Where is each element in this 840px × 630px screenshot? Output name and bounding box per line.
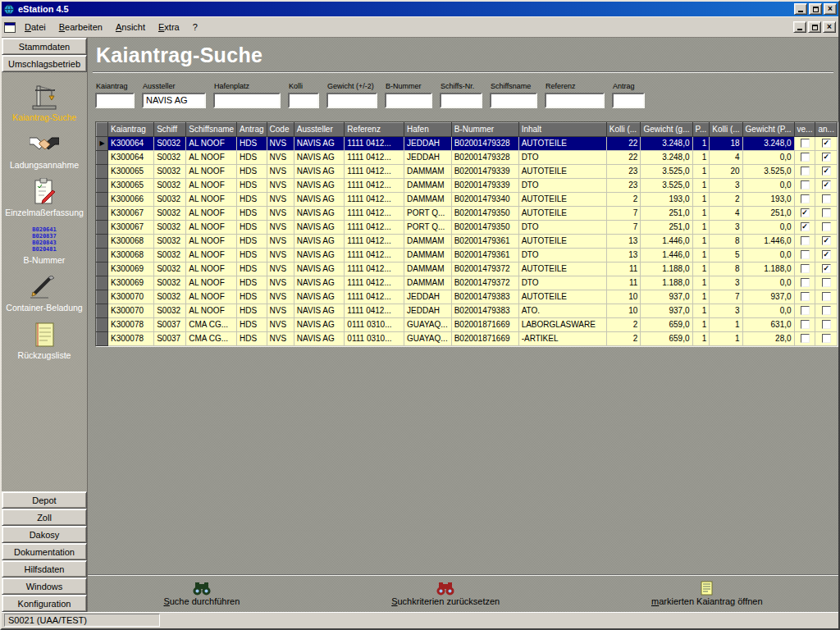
an-checkbox[interactable] (822, 292, 831, 301)
grid-row[interactable]: K300070S0032AL NOOFHDSNVSNAVIS AG1111 04… (97, 290, 838, 304)
sidebar-item-container-beladung[interactable]: Container-Beladung (2, 272, 87, 313)
an-checkbox[interactable] (822, 208, 831, 217)
grid-row[interactable]: K300064S0032AL NOOFHDSNVSNAVIS AG1111 04… (97, 150, 838, 164)
sidebar-button-stammdaten[interactable]: Stammdaten (2, 38, 87, 55)
minimize-button[interactable] (794, 3, 807, 15)
grid-row[interactable]: K300067S0032AL NOOFHDSNVSNAVIS AG1111 04… (97, 220, 838, 234)
an-checkbox[interactable]: ✓ (822, 236, 831, 245)
sidebar-button-hilfsdaten[interactable]: Hilfsdaten (2, 560, 87, 578)
ve-checkbox[interactable] (801, 180, 810, 189)
kaiantrag-input[interactable] (95, 93, 135, 108)
menu-item-ansicht[interactable]: Ansicht (109, 19, 152, 35)
kolli-input[interactable] (288, 93, 319, 108)
column-header-aussteller[interactable]: Aussteller (294, 122, 345, 136)
ve-checkbox[interactable] (801, 306, 810, 315)
an-checkbox[interactable] (822, 194, 831, 203)
menu-item-datei[interactable]: Datei (18, 19, 52, 35)
ve-checkbox[interactable] (801, 320, 810, 329)
hafenplatz-input[interactable] (213, 93, 281, 108)
grid-row[interactable]: K300068S0032AL NOOFHDSNVSNAVIS AG1111 04… (97, 248, 838, 262)
aussteller-input[interactable] (142, 93, 206, 108)
ve-checkbox[interactable] (801, 292, 810, 301)
an-checkbox[interactable] (822, 320, 831, 329)
an-checkbox[interactable]: ✓ (822, 264, 831, 273)
column-header-an[interactable]: an... (815, 122, 838, 136)
column-header-hafen[interactable]: Hafen (404, 122, 452, 136)
an-checkbox[interactable] (822, 278, 831, 287)
ve-checkbox[interactable] (801, 139, 810, 148)
an-checkbox[interactable] (822, 306, 831, 315)
grid-row[interactable]: K300078S0037CMA CG...HDSNVSNAVIS AG0111 … (97, 331, 838, 345)
sidebar-button-zoll[interactable]: Zoll (2, 509, 87, 526)
menu-item-extra[interactable]: Extra (152, 19, 186, 35)
sidebar-button-umschlagsbetrieb[interactable]: Umschlagsbetrieb (2, 55, 87, 72)
child-close-button[interactable]: × (823, 21, 836, 33)
child-minimize-button[interactable] (793, 21, 806, 33)
an-checkbox[interactable]: ✓ (822, 250, 831, 259)
ve-checkbox[interactable] (801, 194, 810, 203)
column-header-kolli[interactable]: Kolli (... (710, 122, 742, 136)
antrag-input[interactable] (612, 93, 645, 108)
grid-row[interactable]: ▶K300064S0032AL NOOFHDSNVSNAVIS AG1111 0… (97, 136, 838, 150)
column-header-kaiantrag[interactable]: Kaiantrag (108, 122, 154, 136)
grid-row[interactable]: K300065S0032AL NOOFHDSNVSNAVIS AG1111 04… (97, 178, 838, 192)
column-header-schiffsname[interactable]: Schiffsname (186, 122, 237, 136)
grid-row[interactable]: K300069S0032AL NOOFHDSNVSNAVIS AG1111 04… (97, 262, 838, 276)
grid-row[interactable]: K300067S0032AL NOOFHDSNVSNAVIS AG1111 04… (97, 206, 838, 220)
grid-row[interactable]: K300078S0037CMA CG...HDSNVSNAVIS AG0111 … (97, 317, 838, 331)
sidebar-button-windows[interactable]: Windows (2, 578, 87, 595)
schiffsname-input[interactable] (490, 93, 537, 108)
an-checkbox[interactable]: ✓ (822, 139, 831, 148)
ve-checkbox[interactable] (801, 236, 810, 245)
column-header-schiff[interactable]: Schiff (154, 122, 186, 136)
b-nummer-input[interactable] (385, 93, 432, 108)
ve-checkbox[interactable] (801, 250, 810, 259)
sidebar-button-konfiguration[interactable]: Konfiguration (2, 595, 87, 612)
close-button[interactable]: × (824, 3, 837, 15)
reset-button[interactable]: Suchkriterien zurücksetzen (391, 581, 500, 606)
maximize-button[interactable] (809, 3, 822, 15)
ve-checkbox[interactable]: ✓ (801, 222, 810, 231)
ve-checkbox[interactable] (801, 334, 810, 343)
column-header-gewicht-g[interactable]: Gewicht (g... (641, 122, 692, 136)
column-header-p[interactable]: P... (692, 122, 710, 136)
child-restore-button[interactable] (808, 21, 821, 33)
column-header-inhalt[interactable]: Inhalt (518, 122, 606, 136)
column-header-ve[interactable]: ve... (794, 122, 815, 136)
column-header-referenz[interactable]: Referenz (345, 122, 404, 136)
column-header-code[interactable]: Code (267, 122, 294, 136)
sidebar-button-dokumentation[interactable]: Dokumentation (2, 543, 87, 560)
sidebar-button-dakosy[interactable]: Dakosy (2, 526, 87, 543)
grid-row[interactable]: K300065S0032AL NOOFHDSNVSNAVIS AG1111 04… (97, 164, 838, 178)
an-checkbox[interactable] (822, 222, 831, 231)
grid-row[interactable]: K300066S0032AL NOOFHDSNVSNAVIS AG1111 04… (97, 192, 838, 206)
column-header-b-nummer[interactable]: B-Nummer (451, 122, 518, 136)
sidebar-button-depot[interactable]: Depot (2, 491, 87, 509)
grid-row[interactable]: K300070S0032AL NOOFHDSNVSNAVIS AG1111 04… (97, 304, 838, 317)
ve-checkbox[interactable] (801, 264, 810, 273)
sidebar-item-r-ckzugsliste[interactable]: Rückzugsliste (2, 320, 87, 360)
menu-item-bearbeiten[interactable]: Bearbeiten (52, 19, 109, 35)
referenz-input[interactable] (545, 93, 605, 108)
an-checkbox[interactable] (822, 334, 831, 343)
ve-checkbox[interactable]: ✓ (801, 208, 810, 217)
menu-item-item[interactable]: ? (186, 19, 204, 35)
grid-row[interactable]: K300068S0032AL NOOFHDSNVSNAVIS AG1111 04… (97, 234, 838, 248)
column-header-antrag[interactable]: Antrag (237, 122, 267, 136)
column-header-kolli[interactable]: Kolli (... (606, 122, 641, 136)
open-button[interactable]: markierten Kaiantrag öffnen (651, 581, 763, 606)
ve-checkbox[interactable] (801, 153, 810, 162)
sidebar-item-einzelma-erfassung[interactable]: Einzelmaßerfassung (2, 177, 87, 217)
grid-row[interactable]: K300069S0032AL NOOFHDSNVSNAVIS AG1111 04… (97, 276, 838, 290)
an-checkbox[interactable]: ✓ (822, 167, 831, 176)
ve-checkbox[interactable] (801, 167, 810, 176)
sidebar-item-ladungsannahme[interactable]: Ladungsannahme (2, 130, 87, 170)
sidebar-item-b-nummer[interactable]: B020641B020837B020843B020481B-Nummer (2, 225, 87, 265)
gewicht-2-input[interactable] (326, 93, 377, 108)
an-checkbox[interactable]: ✓ (822, 180, 831, 189)
schiffs-nr-input[interactable] (440, 93, 482, 108)
column-header-gewicht-p[interactable]: Gewicht (P... (742, 122, 794, 136)
sidebar-item-kaiantrag-suche[interactable]: Kaiantrag-Suche (2, 82, 87, 122)
an-checkbox[interactable]: ✓ (822, 153, 831, 162)
ve-checkbox[interactable] (801, 278, 810, 287)
